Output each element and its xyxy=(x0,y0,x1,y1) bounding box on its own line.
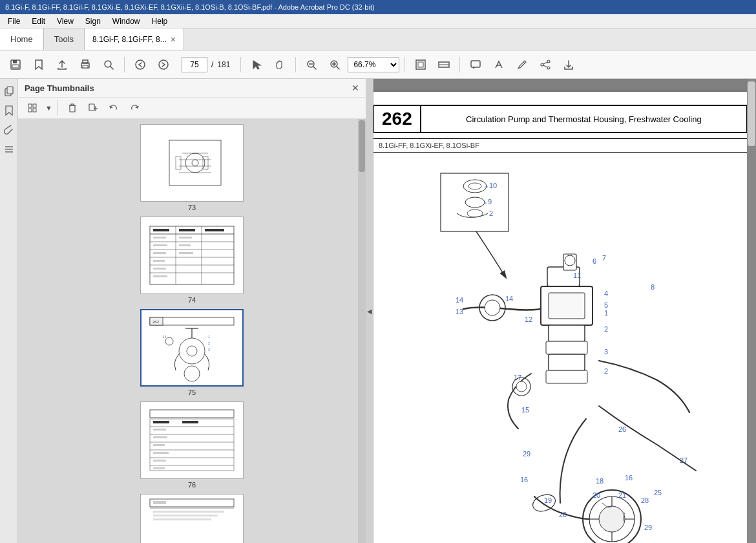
page-navigation: / 181 xyxy=(182,57,230,72)
redo-button[interactable] xyxy=(125,100,143,116)
svg-rect-109 xyxy=(153,467,165,469)
print-button[interactable] xyxy=(75,54,96,75)
main-area: Page Thumbnails ✕ ▼ xyxy=(0,79,756,543)
thumbnail-scrollbar[interactable] xyxy=(358,119,366,543)
upload-button[interactable] xyxy=(52,54,72,75)
sidebar-icon-bookmark[interactable] xyxy=(2,103,16,118)
highlight-button[interactable] xyxy=(488,54,509,75)
sidebar-icon-layers[interactable] xyxy=(2,142,16,156)
svg-text:1: 1 xyxy=(208,335,210,339)
save-button[interactable] xyxy=(5,54,26,75)
thumbnail-page-73[interactable]: 73 xyxy=(140,124,244,211)
zoom-dropdown[interactable]: 66.7% 50% 75% 100% 125% 150% xyxy=(348,57,399,72)
svg-rect-77 xyxy=(153,268,166,270)
svg-rect-112 xyxy=(153,501,166,504)
select-tool-button[interactable] xyxy=(246,54,267,75)
thumbnail-area[interactable]: 73 xyxy=(18,119,366,543)
thumbnail-label-75: 75 xyxy=(188,389,196,396)
page-number: 262 xyxy=(374,106,421,132)
svg-text:29: 29 xyxy=(523,450,530,458)
thumbnail-page-74[interactable]: 74 xyxy=(140,217,244,304)
thumbnail-dropdown[interactable]: ▼ xyxy=(45,104,52,112)
svg-point-10 xyxy=(159,60,168,69)
svg-rect-38 xyxy=(28,109,32,112)
comment-button[interactable] xyxy=(465,54,486,75)
pdf-content-area[interactable]: 262 Circulation Pump and Thermostat Hous… xyxy=(373,79,747,543)
prev-page-button[interactable] xyxy=(130,54,151,75)
search-button[interactable] xyxy=(98,54,119,75)
menu-view[interactable]: View xyxy=(52,16,79,27)
svg-rect-152 xyxy=(546,370,587,383)
tab-home[interactable]: Home xyxy=(0,28,44,50)
sidebar-icon-copy[interactable] xyxy=(2,84,16,98)
svg-text:26: 26 xyxy=(618,425,626,433)
svg-text:10: 10 xyxy=(489,182,497,189)
tab-close-button[interactable]: × xyxy=(171,34,176,45)
insert-page-button[interactable] xyxy=(84,100,102,116)
thumbnail-panel: Page Thumbnails ✕ ▼ xyxy=(18,79,366,543)
thumbnail-page-76[interactable]: 76 xyxy=(140,401,244,489)
svg-text:3: 3 xyxy=(604,348,608,356)
svg-text:25: 25 xyxy=(654,489,662,496)
svg-text:8: 8 xyxy=(651,283,655,291)
svg-text:12: 12 xyxy=(525,315,532,323)
tab-document[interactable]: 8.1Gi-F, 8.1Gi-FF, 8... × xyxy=(85,28,184,50)
thumbnail-page-77[interactable] xyxy=(140,494,244,543)
svg-text:20: 20 xyxy=(593,491,600,499)
fit-width-button[interactable] xyxy=(434,54,454,75)
thumbnail-image-75[interactable]: 262 1 2 3 14 xyxy=(140,309,244,387)
svg-text:18: 18 xyxy=(596,477,604,485)
toolbar-separator-4 xyxy=(404,57,405,72)
export-button[interactable] xyxy=(558,54,579,75)
hand-tool-button[interactable] xyxy=(269,54,290,75)
zoom-out-button[interactable] xyxy=(301,54,322,75)
toolbar: / 181 66.7% 50% 75% 100% 125% xyxy=(0,50,756,79)
panel-close-button[interactable]: ✕ xyxy=(352,83,359,93)
svg-rect-104 xyxy=(153,429,166,431)
toolbar-separator-1 xyxy=(124,57,125,72)
tab-tools[interactable]: Tools xyxy=(44,28,85,50)
zoom-in-button[interactable] xyxy=(324,54,345,75)
thumbnail-image-77[interactable] xyxy=(140,494,244,543)
svg-text:13: 13 xyxy=(456,308,463,315)
thumbnail-image-74[interactable] xyxy=(140,217,244,294)
panel-collapse-handle[interactable]: ◀ xyxy=(366,79,373,543)
toolbar-separator-2 xyxy=(240,57,241,72)
svg-text:2: 2 xyxy=(489,209,493,217)
next-page-button[interactable] xyxy=(153,54,174,75)
thumbnail-image-76[interactable] xyxy=(140,401,244,479)
menu-sign[interactable]: Sign xyxy=(80,16,106,27)
thumbnail-page-75[interactable]: 262 1 2 3 14 xyxy=(140,309,244,396)
svg-text:21: 21 xyxy=(618,491,626,499)
undo-button[interactable] xyxy=(105,100,123,116)
thumbnail-image-73[interactable] xyxy=(140,124,244,202)
sidebar-icon-attachment[interactable] xyxy=(2,123,16,137)
pdf-page: 262 Circulation Pump and Thermostat Hous… xyxy=(373,92,747,543)
pump-diagram-svg: 10 9 2 xyxy=(379,160,741,543)
sidebar-icon-rail xyxy=(0,79,18,543)
content-scrollbar[interactable] xyxy=(747,79,756,543)
menu-file[interactable]: File xyxy=(3,16,25,27)
svg-point-27 xyxy=(541,63,543,66)
svg-text:7: 7 xyxy=(602,254,606,262)
delete-page-button[interactable] xyxy=(63,100,81,116)
title-bar: 8.1Gi-F, 8.1Gi-FF, 8.1Gil-F, 8.1GXi-E, 8… xyxy=(0,0,756,14)
bookmark-button[interactable] xyxy=(28,54,49,75)
svg-rect-72 xyxy=(153,244,167,246)
thumbnail-view-button[interactable] xyxy=(23,100,41,116)
page-subtitle: 8.1Gi-FF, 8.1GXi-EF, 8.1OSi-BF xyxy=(373,138,747,153)
svg-rect-18 xyxy=(416,60,425,69)
svg-text:2: 2 xyxy=(604,325,608,333)
share-button[interactable] xyxy=(535,54,556,75)
svg-rect-78 xyxy=(153,275,167,277)
page-number-input[interactable] xyxy=(182,57,207,72)
title-text: 8.1Gi-F, 8.1Gi-FF, 8.1Gil-F, 8.1GXi-E, 8… xyxy=(5,3,375,11)
fit-page-button[interactable] xyxy=(410,54,431,75)
pen-button[interactable] xyxy=(512,54,532,75)
svg-rect-73 xyxy=(179,244,191,246)
svg-rect-114 xyxy=(153,511,224,513)
menu-help[interactable]: Help xyxy=(147,16,173,27)
menu-window[interactable]: Window xyxy=(107,16,145,27)
menu-edit[interactable]: Edit xyxy=(26,16,50,27)
svg-text:3: 3 xyxy=(208,348,210,352)
